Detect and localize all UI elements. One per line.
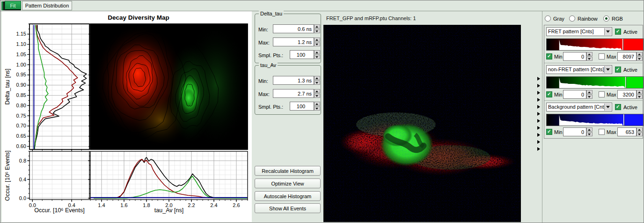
background-active-checkbox[interactable] (615, 104, 621, 110)
fret-max-spinner[interactable] (637, 52, 643, 61)
spin-up-icon[interactable] (586, 52, 593, 56)
spin-down-icon[interactable] (586, 57, 593, 61)
fret-min-input[interactable] (563, 52, 586, 61)
fret-min-checkbox[interactable] (546, 53, 552, 59)
expand-arrow-icon[interactable] (537, 140, 540, 144)
rgb-mode-radio[interactable] (603, 15, 609, 22)
non-fret-min-spinner[interactable] (586, 90, 593, 99)
non-fret-min-input[interactable] (563, 90, 586, 99)
spin-up-icon[interactable] (586, 90, 593, 94)
delta-tau-min-spinner[interactable] (314, 24, 320, 33)
fret-pattern-dropdown[interactable]: FRET pattern [Cnts] (546, 27, 612, 36)
spin-down-icon[interactable] (314, 94, 320, 98)
tau-av-smpl-spinner[interactable] (314, 102, 320, 111)
spin-up-icon[interactable] (314, 50, 320, 54)
dropdown-arrow-icon[interactable] (604, 66, 611, 73)
spin-down-icon[interactable] (637, 95, 643, 99)
decay-diversity-contour-map[interactable] (88, 15, 249, 149)
expand-arrow-icon[interactable] (537, 119, 540, 123)
non-fret-active-checkbox[interactable] (615, 67, 621, 73)
spin-up-icon[interactable] (637, 127, 643, 132)
tau-av-max-input[interactable] (273, 89, 314, 98)
svg-text:0.70: 0.70 (16, 123, 26, 128)
fret-min-spinner[interactable] (586, 52, 593, 61)
spin-up-icon[interactable] (637, 90, 643, 94)
spin-down-icon[interactable] (637, 57, 643, 61)
svg-text:1.6: 1.6 (120, 202, 127, 208)
tau-av-max-spinner[interactable] (314, 89, 320, 98)
delta-tau-profile-plot[interactable]: 0.600.650.700.750.800.850.900.951.001.05… (16, 24, 89, 152)
spin-down-icon[interactable] (586, 132, 593, 136)
non-fret-intensity-histogram[interactable] (546, 76, 644, 89)
tau-av-axis-label: tau_Av [ns] (154, 207, 183, 214)
tab-pattern-distribution[interactable]: Pattern Distribution (22, 1, 72, 10)
spin-up-icon[interactable] (314, 102, 320, 106)
fret-intensity-histogram[interactable] (546, 38, 644, 51)
spin-down-icon[interactable] (314, 106, 320, 111)
non-fret-min-checkbox[interactable] (546, 91, 552, 97)
fret-pattern-dropdown-value: FRET pattern [Cnts] (548, 29, 594, 34)
dropdown-arrow-icon[interactable] (604, 104, 611, 111)
expand-arrow-icon[interactable] (537, 105, 540, 109)
tab-fit[interactable]: Fit (5, 1, 21, 10)
fret-max-checkbox[interactable] (599, 53, 605, 59)
dropdown-arrow-icon[interactable] (604, 28, 611, 35)
channel-section-background: Background pattern [Cnts] Active Min Max (544, 100, 643, 138)
spin-down-icon[interactable] (314, 81, 320, 85)
background-max-input[interactable] (617, 127, 637, 136)
spin-up-icon[interactable] (314, 37, 320, 42)
tau-av-sample-points-input[interactable] (290, 102, 314, 111)
non-fret-max-checkbox[interactable] (599, 91, 605, 97)
fret-active-checkbox[interactable] (615, 29, 621, 35)
spin-up-icon[interactable] (637, 52, 643, 56)
decay-diversity-plots[interactable]: Decay Diversity Map Delta_tau [ns] Occur… (2, 11, 252, 222)
background-min-checkbox[interactable] (546, 129, 552, 135)
non-fret-max-input[interactable] (617, 90, 637, 99)
expand-arrow-icon[interactable] (537, 126, 540, 130)
non-fret-pattern-dropdown[interactable]: non-FRET pattern [Cnts] (546, 65, 612, 74)
expand-arrow-icon[interactable] (537, 91, 540, 95)
expand-arrow-icon[interactable] (537, 133, 540, 137)
expand-arrow-icon[interactable] (537, 147, 540, 151)
delta-tau-max-spinner[interactable] (314, 37, 320, 46)
background-min-input[interactable] (563, 127, 586, 136)
background-max-spinner[interactable] (637, 127, 643, 136)
delta-tau-sample-points-input[interactable] (290, 50, 314, 59)
gray-mode-radio[interactable] (545, 15, 551, 22)
spin-up-icon[interactable] (314, 89, 320, 93)
spin-down-icon[interactable] (586, 95, 593, 99)
spin-down-icon[interactable] (314, 29, 320, 33)
tab-bar: Fit Pattern Distribution (0, 0, 644, 11)
tau-av-histogram-plot[interactable]: 1.41.61.82.02.22.42.6 (88, 151, 248, 208)
spin-down-icon[interactable] (314, 55, 320, 59)
optimize-view-button[interactable]: Optimize View (255, 178, 321, 188)
expand-arrow-icon[interactable] (537, 98, 540, 102)
svg-text:2.4: 2.4 (210, 202, 217, 208)
non-fret-max-spinner[interactable] (637, 90, 643, 99)
occurrence-empty-plot[interactable]: 0.00.40.80.00.4 (19, 151, 89, 208)
rainbow-mode-radio[interactable] (569, 15, 575, 22)
show-all-events-button[interactable]: Show All Events (255, 203, 321, 213)
tau-av-min-spinner[interactable] (314, 76, 320, 85)
expand-arrow-icon[interactable] (537, 84, 540, 88)
background-intensity-histogram[interactable] (546, 114, 644, 126)
spin-down-icon[interactable] (637, 132, 643, 136)
expand-arrow-icon[interactable] (537, 77, 540, 81)
background-max-checkbox[interactable] (599, 129, 605, 135)
spin-down-icon[interactable] (314, 42, 320, 46)
fret-max-input[interactable] (617, 52, 637, 61)
autoscale-histogram-button[interactable]: Autoscale Histogram (255, 191, 321, 201)
delta-tau-min-input[interactable] (273, 24, 314, 33)
tau-av-min-input[interactable] (273, 76, 314, 85)
expand-arrow-icon[interactable] (537, 112, 540, 116)
spin-up-icon[interactable] (586, 127, 593, 132)
spin-up-icon[interactable] (314, 24, 320, 29)
fret-cell-image[interactable] (323, 25, 521, 222)
delta-tau-smpl-spinner[interactable] (314, 50, 320, 59)
tau-av-groupbox-title: tau_Av (259, 62, 278, 68)
spin-up-icon[interactable] (314, 76, 320, 80)
recalculate-histogram-button[interactable]: Recalculate Histogram (255, 166, 321, 176)
background-min-spinner[interactable] (586, 127, 593, 136)
delta-tau-max-input[interactable] (273, 37, 314, 46)
background-pattern-dropdown[interactable]: Background pattern [Cnts] (546, 103, 612, 112)
